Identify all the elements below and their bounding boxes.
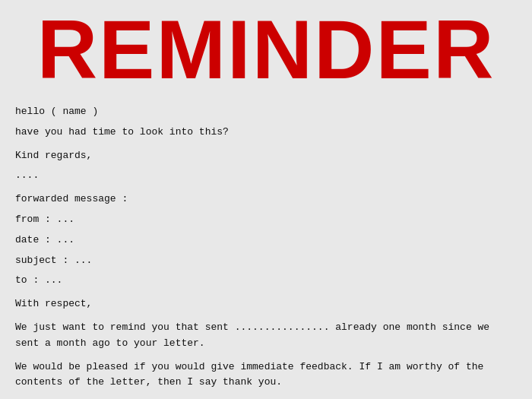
respect-section: With respect, [15,296,517,312]
subject-line: subject : ... [15,253,517,269]
regards-section: Kind regards, .... [15,148,517,185]
content-section: hello ( name ) have you had time to look… [0,95,532,399]
feedback-section: We would be pleased if you would give im… [15,359,517,391]
remind-section: We just want to remind you that sent ...… [15,320,517,352]
date-line: date : ... [15,233,517,249]
forwarded-label: forwarded message : [15,192,517,207]
feedback-line: We would be pleased if you would give im… [15,359,517,391]
kind-regards: Kind regards, [15,148,517,164]
remind-line: We just want to remind you that sent ...… [15,320,517,352]
to-line: to : ... [15,273,517,289]
question-line: have you had time to look into this? [15,125,517,141]
header-section: REMINDER [0,0,532,95]
dots: .... [15,168,517,184]
with-respect: With respect, [15,296,517,312]
forwarded-section: forwarded message : from : ... date : ..… [15,192,517,289]
from-line: from : ... [15,212,517,228]
greeting-line: hello ( name ) [15,104,517,120]
greeting-section: hello ( name ) have you had time to look… [15,104,517,141]
reminder-title: REMINDER [0,8,532,91]
